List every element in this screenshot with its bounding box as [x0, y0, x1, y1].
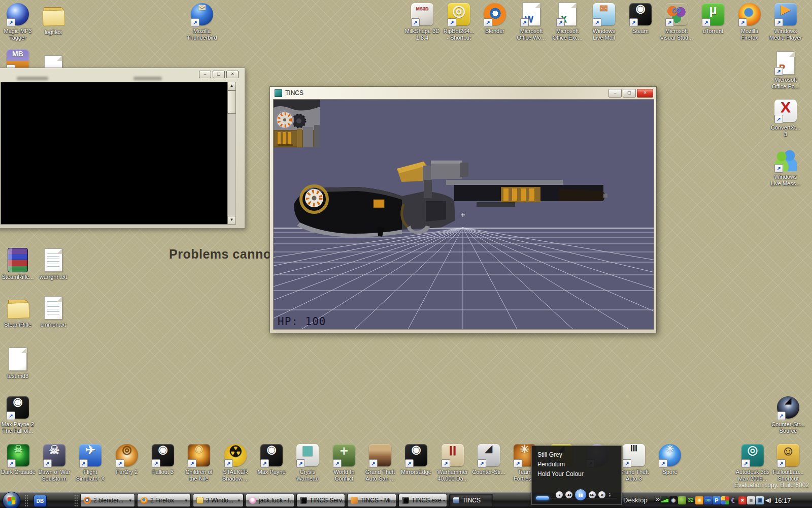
- steam-tray-icon[interactable]: ◉: [669, 496, 678, 504]
- scroll-up-icon[interactable]: ▲: [227, 82, 236, 90]
- volume-button[interactable]: ◀): [598, 491, 606, 499]
- desktop-icon-dawn-of-war-soulstorm[interactable]: ☠↗Dawn of War Soulstorm: [34, 443, 75, 482]
- alert-tray-icon[interactable]: ✕: [738, 496, 747, 504]
- scroll-down-icon[interactable]: ▼: [608, 495, 611, 497]
- desktop-icon-convertxtodvd[interactable]: X↗ConvertXt... 3: [765, 99, 806, 138]
- page-tray-icon[interactable]: ≡: [747, 496, 755, 504]
- temp-32-icon[interactable]: 32: [687, 496, 695, 504]
- shortcut-arrow-icon: ↗: [478, 459, 486, 468]
- clock[interactable]: 16:17: [774, 497, 791, 504]
- desktop-icon-windows-live-messenger[interactable]: ↗Windows Live Mess...: [765, 148, 806, 187]
- desktop-icon-logfiles-folder[interactable]: logfiles: [33, 3, 74, 36]
- next-button[interactable]: ▶▶: [588, 491, 596, 499]
- icon-label: Mozilla Firefox: [729, 28, 770, 41]
- dropdown-arrow-icon[interactable]: ▾: [238, 498, 240, 503]
- taskbar-button-tincs-serv-[interactable]: TINCS Serv...: [296, 494, 345, 507]
- tincs-titlebar[interactable]: TINCS – ▢ ✕: [270, 87, 656, 99]
- tincs-minimize-button[interactable]: –: [608, 89, 622, 98]
- warrghh-txt-icon: [44, 248, 62, 272]
- desktop-icon-microsoft-office-word[interactable]: W↗Microsoft Office Wo...: [511, 2, 552, 41]
- desktop-icon-mozilla-thunderbird[interactable]: ✉↗Mozilla Thunderbird: [182, 2, 222, 41]
- toolbar-grip[interactable]: [24, 494, 28, 506]
- scroll-down-icon[interactable]: ▼: [227, 216, 236, 225]
- desktop-icon-steamrifle-folder[interactable]: SteamRifle: [0, 296, 38, 328]
- desktop-icon-windows-live-mail[interactable]: ✉↗Windows Live Mail: [584, 2, 624, 41]
- cpu-meter-icon[interactable]: ▂▅▇: [661, 496, 669, 504]
- quad-colors-tray-icon[interactable]: [721, 496, 729, 504]
- taskbar-button-jack-fuck-f-[interactable]: jack.fuck - f...: [246, 494, 294, 507]
- dropdown-arrow-icon[interactable]: ▾: [129, 498, 131, 503]
- desktop-icon-fallout-launcher[interactable]: ☺↗FalloutLau... Shortcut: [768, 443, 808, 482]
- taskbar-button-tincs-mi-[interactable]: TINCS - Mi...: [347, 494, 396, 507]
- counter-strike-source-glyph: ◢: [785, 396, 791, 405]
- desktop-icon-mirrors-edge[interactable]: ◉↗MirrorsEdge: [396, 443, 436, 475]
- desktop-icon-spore[interactable]: ✳↗Spore: [650, 443, 690, 475]
- autodesk-3ds-max-glyph: ◎: [748, 443, 758, 457]
- p-tray-icon[interactable]: P: [713, 496, 721, 504]
- shortcut-arrow-icon: ↗: [296, 459, 305, 468]
- start-button[interactable]: [3, 492, 20, 508]
- desktop-icon-steam[interactable]: ◉↗Steam: [620, 2, 661, 35]
- desktop-icon-blender[interactable]: ↗Blender: [475, 2, 515, 35]
- sun-tray-icon[interactable]: ☀: [695, 496, 703, 504]
- desktop-icon-warrghh-txt[interactable]: warrghh.txt: [33, 248, 74, 280]
- green-orb-tray-icon[interactable]: [678, 496, 686, 504]
- desktop-icon-test-md3[interactable]: test.md3: [0, 347, 38, 379]
- desktop-icon-magic-mp3-tagger[interactable]: ↗Magic MP3 Tagger: [0, 2, 38, 41]
- desktop-toolbar-label[interactable]: Desktop: [623, 496, 648, 504]
- toolbar-grip[interactable]: [74, 494, 78, 506]
- taskbar-button-tincs-exe-[interactable]: TINCS.exe -...: [398, 494, 447, 507]
- console-close-button[interactable]: ✕: [226, 71, 239, 78]
- desktop-icon-warhammer-40000-dawn-of-war-2[interactable]: II↗Warhammer 40,000 Da...: [432, 443, 473, 482]
- desktop-icon-autodesk-3ds-max[interactable]: ◎↗Autodesk 3ds Max 2009...: [732, 443, 773, 482]
- icon-label: RipBot264... - Shortcut: [438, 28, 479, 41]
- tincs-3d-viewport[interactable]: HP: 100: [273, 99, 654, 330]
- desktop-icon-counter-strike[interactable]: ◢↗Counter-Str...: [468, 443, 509, 475]
- desktop-icon-cmmon-txt[interactable]: cmmon.txt: [33, 296, 74, 328]
- dropdown-arrow-icon[interactable]: ▾: [185, 498, 187, 503]
- desktop-icon-crysis-warhead[interactable]: ▦↗Crysis Warhead: [287, 443, 328, 482]
- desktop-icon-children-of-the-nile[interactable]: ◉↗Children of the Nile: [179, 443, 219, 482]
- desktop-icon-ripbot264[interactable]: ◎↗RipBot264... - Shortcut: [438, 2, 479, 41]
- console-scrollbar[interactable]: ▲ ▼: [227, 82, 236, 225]
- desktop-icon-stalker-shadow-of-chernobyl[interactable]: ☢↗STALKER Shadow ...: [215, 443, 256, 482]
- desktop-icon-gta-san-andreas[interactable]: ↗Grand Theft Auto San ...: [360, 443, 400, 482]
- spore-glyph: ✳: [666, 443, 673, 454]
- console-maximize-button[interactable]: ▢: [213, 71, 225, 78]
- desktop-icon-microsoft-visual-studio[interactable]: ∞↗Microsoft Visual Stud...: [656, 2, 697, 41]
- taskbar-button-tincs[interactable]: TINCS: [449, 494, 493, 507]
- tincs-close-button[interactable]: ✕: [637, 89, 653, 98]
- pause-button[interactable]: ▮▮: [574, 489, 587, 501]
- seek-slider[interactable]: [536, 496, 549, 500]
- desktop-icon-world-in-conflict[interactable]: +↗World In Conflict: [324, 443, 364, 482]
- network-tray-icon[interactable]: ▣: [756, 496, 764, 504]
- 3ds-tray-icon[interactable]: 3D: [704, 496, 712, 504]
- console-minimize-button[interactable]: –: [199, 71, 211, 78]
- desktop-icon-max-payne[interactable]: ◉↗Max Payne: [251, 443, 292, 475]
- scroll-thumb[interactable]: [227, 90, 236, 114]
- previous-button[interactable]: ◀◀: [565, 491, 573, 499]
- desktop-icon-fallout-3[interactable]: ◉↗Fallout 3: [143, 443, 183, 475]
- desktop-icon-mozilla-firefox[interactable]: ↗Mozilla Firefox: [729, 2, 770, 41]
- chevron-expand-icon[interactable]: »: [656, 494, 660, 503]
- tincs-maximize-button[interactable]: ▢: [623, 89, 636, 98]
- desktop-icon-microsoft-office-excel[interactable]: X↗Microsoft Office Exc...: [547, 2, 588, 41]
- desktop-icon-milkshape-3d[interactable]: MS3D↗MilkShape 3D 1.8.4: [402, 2, 443, 41]
- desktop-icon-steamrifle-archive[interactable]: SteamRifle...: [0, 248, 38, 280]
- desktop-icon-flight-simulator-x[interactable]: ✈↗Flight Simulator X: [70, 443, 111, 482]
- desktop-icon-utorrent[interactable]: µ↗uTorrent: [693, 2, 733, 35]
- moon-tray-icon[interactable]: ☾: [730, 496, 738, 504]
- stop-button[interactable]: ■: [555, 491, 563, 499]
- console-titlebar[interactable]: – ▢ ✕: [0, 68, 245, 82]
- desktop-icon-microsoft-office-powerpoint[interactable]: P↗Microsoft Office Po...: [765, 51, 806, 90]
- volume-tray-icon[interactable]: ◀): [764, 496, 772, 504]
- taskbar-button-2-blender-[interactable]: 2 blender...▾: [80, 494, 135, 507]
- desktop-icon-farcry-2[interactable]: ◎↗FarCry 2: [107, 443, 147, 475]
- desktop-icon-windows-media-player[interactable]: ▶↗Windows Media Player: [765, 2, 806, 41]
- desktop-icon-dark-crusade[interactable]: ☠↗Dark Crusade: [0, 443, 39, 475]
- taskbar-button-2-firefox[interactable]: 2 Firefox▾: [137, 494, 191, 507]
- taskbar-button-3-windo-[interactable]: 3 Windo...▾: [193, 494, 244, 507]
- quicklaunch-db-icon[interactable]: DB: [33, 495, 47, 507]
- desktop-icon-counter-strike-source[interactable]: ◢↗Counter-Str... Source: [768, 395, 808, 434]
- desktop-icon-max-payne-2[interactable]: ◉↗Max Payne 2 The Fall of...: [0, 395, 38, 434]
